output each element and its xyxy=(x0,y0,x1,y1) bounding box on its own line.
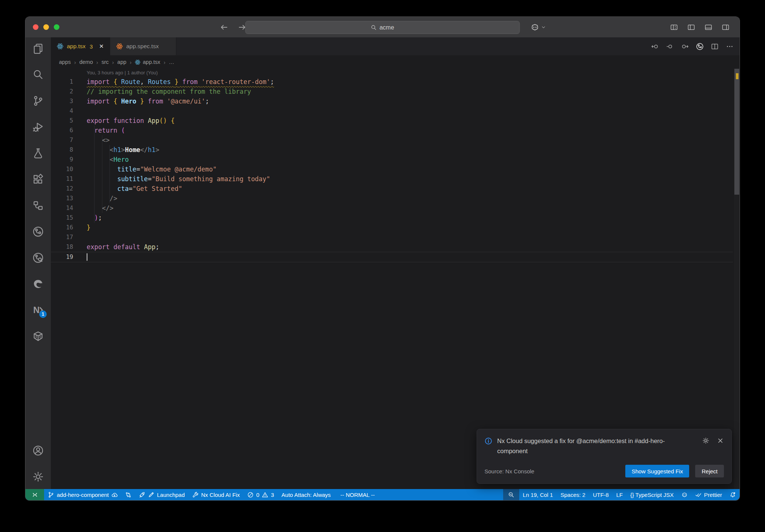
code-line-15[interactable]: 15 ); xyxy=(51,213,733,223)
indentation-status[interactable]: Spaces: 2 xyxy=(557,489,589,500)
tab-app.spec.tsx[interactable]: app.spec.tsx✕ xyxy=(110,37,176,55)
code-line-11[interactable]: 11 subtitle="Build something amazing tod… xyxy=(51,174,733,184)
auto-attach-status[interactable]: Auto Attach: Always xyxy=(278,489,335,500)
code-line-3[interactable]: 3import { Hero } from '@acme/ui'; xyxy=(51,96,733,106)
encoding-status[interactable]: UTF-8 xyxy=(589,489,613,500)
line-number[interactable]: 15 xyxy=(51,213,73,223)
source-control-icon[interactable] xyxy=(32,95,44,106)
code-line-13[interactable]: 13 /> xyxy=(51,194,733,203)
line-number[interactable]: 19 xyxy=(51,252,73,262)
tab-app.tsx[interactable]: app.tsx3✕ xyxy=(51,37,110,55)
line-number[interactable]: 5 xyxy=(51,116,73,126)
code-editor[interactable]: You, 3 hours ago | 1 author (You) 1impor… xyxy=(51,69,740,489)
history-back-icon[interactable] xyxy=(220,23,229,32)
containers-icon[interactable] xyxy=(32,331,44,342)
split-editor-icon[interactable] xyxy=(711,43,719,50)
breadcrumb-item-src[interactable]: src xyxy=(102,59,109,65)
line-number[interactable]: 17 xyxy=(51,232,73,242)
code-line-2[interactable]: 2// importing the component from the lib… xyxy=(51,87,733,96)
line-number[interactable]: 4 xyxy=(51,106,73,116)
reject-button[interactable]: Reject xyxy=(695,465,724,477)
line-number[interactable]: 16 xyxy=(51,223,73,232)
commit-graph-icon[interactable] xyxy=(32,226,44,237)
notification-close-icon[interactable] xyxy=(717,437,724,444)
command-center-search[interactable]: acme xyxy=(245,21,520,34)
code-line-7[interactable]: 7 <> xyxy=(51,135,733,145)
zoom-window-button[interactable] xyxy=(54,24,59,30)
cursor-position[interactable]: Ln 19, Col 1 xyxy=(519,489,557,500)
notification-settings-gear-icon[interactable] xyxy=(702,437,709,444)
extensions-icon[interactable] xyxy=(32,174,44,185)
copilot-menu[interactable] xyxy=(530,17,546,37)
line-number[interactable]: 10 xyxy=(51,164,73,174)
toggle-secondary-sidebar-icon[interactable] xyxy=(721,24,730,31)
formatter-status[interactable]: Prettier xyxy=(691,489,726,500)
code-line-5[interactable]: 5export function App() { xyxy=(51,116,733,126)
nx-graph-icon[interactable] xyxy=(696,43,704,50)
vim-mode-status[interactable]: -- NORMAL -- xyxy=(334,489,381,500)
toggle-panel-icon[interactable] xyxy=(704,24,713,31)
projects-icon[interactable] xyxy=(32,200,44,211)
close-window-button[interactable] xyxy=(33,24,38,30)
line-number[interactable]: 9 xyxy=(51,155,73,164)
line-number[interactable]: 12 xyxy=(51,184,73,194)
next-change-icon[interactable] xyxy=(681,43,689,50)
settings-gear-icon[interactable] xyxy=(32,471,44,482)
breadcrumb-item-app[interactable]: app xyxy=(117,59,126,65)
code-line-8[interactable]: 8 <h1>Home</h1> xyxy=(51,145,733,155)
nx-console-icon[interactable]: N1 xyxy=(32,304,44,316)
copilot-status[interactable] xyxy=(678,489,691,500)
eol-status[interactable]: LF xyxy=(613,489,627,500)
show-suggested-fix-button[interactable]: Show Suggested Fix xyxy=(625,465,690,477)
revert-change-icon[interactable] xyxy=(666,43,674,50)
customize-layout-icon[interactable] xyxy=(670,24,678,31)
edge-browser-icon[interactable] xyxy=(32,278,44,290)
code-line-16[interactable]: 16} xyxy=(51,223,733,232)
accounts-icon[interactable] xyxy=(32,445,44,456)
code-line-18[interactable]: 18export default App; xyxy=(51,242,733,252)
branch-status[interactable]: add-hero-component xyxy=(44,489,121,500)
breadcrumb-item-demo[interactable]: demo xyxy=(79,59,93,65)
toggle-primary-sidebar-icon[interactable] xyxy=(687,24,696,31)
breadcrumb-item-app.tsx[interactable]: app.tsx xyxy=(135,59,160,65)
line-number[interactable]: 14 xyxy=(51,203,73,213)
line-number[interactable]: 7 xyxy=(51,135,73,145)
zoom-indicator[interactable] xyxy=(503,489,519,500)
notifications-bell[interactable] xyxy=(726,489,740,500)
code-line-19[interactable]: 19 xyxy=(51,252,733,262)
line-number[interactable]: 6 xyxy=(51,126,73,135)
nx-cloud-ai-fix-status[interactable]: Nx Cloud AI Fix xyxy=(189,489,244,500)
previous-change-icon[interactable] xyxy=(651,43,659,50)
code-line-10[interactable]: 10 title="Welcmoe @acme/demo" xyxy=(51,164,733,174)
code-line-17[interactable]: 17 xyxy=(51,232,733,242)
code-line-1[interactable]: 1import { Route, Routes } from 'react-ro… xyxy=(51,77,733,87)
code-line-14[interactable]: 14 </> xyxy=(51,203,733,213)
launchpad-status[interactable]: Launchpad xyxy=(135,489,188,500)
breadcrumb-item-apps[interactable]: apps xyxy=(59,59,71,65)
line-number[interactable]: 2 xyxy=(51,87,73,96)
code-line-6[interactable]: 6 return ( xyxy=(51,126,733,135)
editor-scrollbar[interactable] xyxy=(734,69,740,489)
more-actions-icon[interactable] xyxy=(726,43,734,50)
code-line-4[interactable]: 4 xyxy=(51,106,733,116)
repo-inspect-icon[interactable] xyxy=(32,252,44,263)
line-number[interactable]: 13 xyxy=(51,194,73,203)
testing-icon[interactable] xyxy=(32,148,44,159)
remote-indicator[interactable] xyxy=(25,489,44,500)
run-debug-icon[interactable] xyxy=(32,121,44,133)
minimize-window-button[interactable] xyxy=(43,24,49,30)
scrollbar-thumb[interactable] xyxy=(734,69,739,195)
language-mode[interactable]: {} TypeScript JSX xyxy=(626,489,677,500)
breadcrumb-item-…[interactable]: … xyxy=(169,59,174,65)
explorer-icon[interactable] xyxy=(32,43,44,54)
code-line-12[interactable]: 12 cta="Get Started" xyxy=(51,184,733,194)
line-number[interactable]: 11 xyxy=(51,174,73,184)
tab-close-icon[interactable]: ✕ xyxy=(99,43,104,50)
line-number[interactable]: 8 xyxy=(51,145,73,155)
git-compare-status[interactable] xyxy=(121,489,135,500)
line-number[interactable]: 3 xyxy=(51,96,73,106)
code-line-9[interactable]: 9 <Hero xyxy=(51,155,733,164)
line-number[interactable]: 1 xyxy=(51,77,73,87)
line-number[interactable]: 18 xyxy=(51,242,73,252)
problems-status[interactable]: 03 xyxy=(244,489,278,500)
